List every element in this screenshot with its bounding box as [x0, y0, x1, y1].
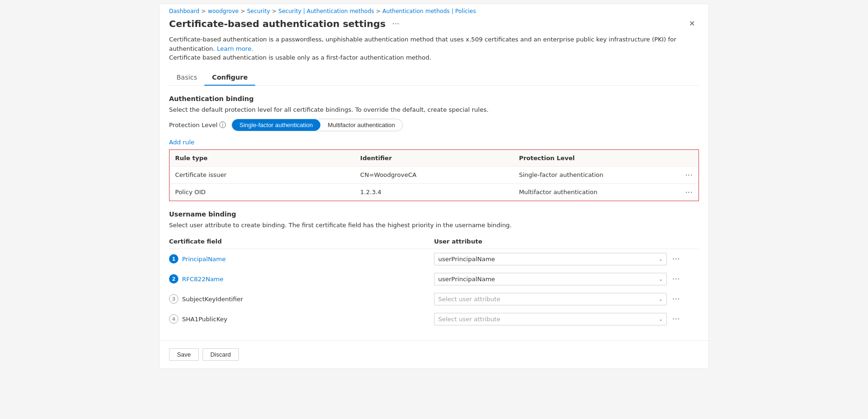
user-attr-cell-0: userPrincipalName ⌄ [434, 249, 672, 269]
username-table: Certificate field User attribute 1 Princ… [169, 234, 699, 329]
close-button[interactable]: ✕ [685, 18, 699, 29]
footer-buttons: Save Discard [160, 340, 708, 368]
authentication-binding-section: Authentication binding Select the defaul… [169, 95, 699, 201]
protection-level-0: Single-factor authentication [513, 166, 672, 183]
auth-binding-desc: Select the default protection level for … [169, 106, 699, 113]
row-actions-1: ··· [672, 183, 698, 201]
user-actions-cell-2: ··· [672, 289, 699, 309]
panel-title: Certificate-based authentication setting… [169, 18, 386, 29]
protection-label: Protection Level i [169, 122, 226, 128]
discard-button[interactable]: Discard [203, 348, 239, 361]
cert-field-cell-3: 4 SHA1PublicKey [169, 309, 434, 329]
protection-info-icon[interactable]: i [219, 122, 226, 128]
cert-badge-0: 1 [169, 254, 178, 264]
rule-type-1: Policy OID [170, 183, 355, 201]
add-rule-link[interactable]: Add rule [169, 139, 195, 146]
cert-field-link-1[interactable]: RFC822Name [182, 276, 224, 283]
cert-badge-2: 3 [169, 294, 178, 304]
tab-basics[interactable]: Basics [169, 70, 204, 86]
table-row: Certificate issuer CN=WoodgroveCA Single… [170, 166, 698, 183]
sep-1: > [201, 8, 206, 14]
protection-row: Protection Level i Single-factor authent… [169, 119, 699, 131]
panel-ellipsis-button[interactable]: ··· [389, 19, 402, 29]
sep-2: > [240, 8, 245, 14]
table-row: 3 SubjectKeyIdentifier Select user attri… [169, 289, 699, 309]
user-attr-select-1[interactable]: userPrincipalName ⌄ [434, 273, 667, 285]
username-binding-section: Username binding Select user attribute t… [169, 210, 699, 329]
table-row: Policy OID 1.2.3.4 Multifactor authentic… [170, 183, 698, 201]
save-button[interactable]: Save [169, 348, 199, 361]
row-dots-user-0[interactable]: ··· [672, 255, 680, 263]
rules-table-container: Rule type Identifier Protection Level Ce… [169, 149, 699, 201]
auth-binding-title: Authentication binding [169, 95, 699, 102]
user-attr-cell-3: Select user attribute ⌄ [434, 309, 672, 329]
breadcrumb-security[interactable]: Security [247, 8, 270, 14]
username-binding-desc: Select user attribute to create binding.… [169, 222, 699, 229]
user-attr-select-2[interactable]: Select user attribute ⌄ [434, 293, 667, 305]
breadcrumb-dashboard[interactable]: Dashboard [169, 8, 199, 14]
cert-field-row-2: 3 SubjectKeyIdentifier [169, 294, 428, 304]
tabs-container: Basics Configure [169, 70, 699, 86]
user-attr-cell-2: Select user attribute ⌄ [434, 289, 672, 309]
chevron-down-icon: ⌄ [659, 277, 663, 282]
toggle-multifactor[interactable]: Multifactor authentication [320, 119, 403, 131]
rule-type-0: Certificate issuer [170, 166, 355, 183]
table-row: 2 RFC822Name userPrincipalName ⌄ [169, 269, 699, 289]
main-panel: Dashboard > woodgrove > Security > Secur… [159, 4, 709, 369]
learn-more-link[interactable]: Learn more. [217, 45, 253, 52]
breadcrumb-policies[interactable]: Authentication methods | Policies [382, 8, 476, 14]
col-header-protection: Protection Level [513, 150, 672, 167]
table-row: 4 SHA1PublicKey Select user attribute ⌄ [169, 309, 699, 329]
row-dots-user-2[interactable]: ··· [672, 295, 680, 303]
username-table-header-row: Certificate field User attribute [169, 234, 699, 249]
cert-field-cell-2: 3 SubjectKeyIdentifier [169, 289, 434, 309]
username-binding-title: Username binding [169, 210, 699, 218]
cert-field-cell-0: 1 PrincipalName [169, 249, 434, 269]
panel-body: Certificate-based authentication is a pa… [160, 35, 708, 337]
user-attr-cell-1: userPrincipalName ⌄ [434, 269, 672, 289]
table-row: 1 PrincipalName userPrincipalName ⌄ [169, 249, 699, 269]
cert-field-cell-1: 2 RFC822Name [169, 269, 434, 289]
breadcrumb-auth-methods[interactable]: Security | Authentication methods [278, 8, 374, 14]
row-dots-user-1[interactable]: ··· [672, 275, 680, 283]
cert-field-row-3: 4 SHA1PublicKey [169, 314, 428, 324]
col-header-actions [672, 150, 698, 167]
cert-badge-3: 4 [169, 314, 178, 324]
user-attr-select-3[interactable]: Select user attribute ⌄ [434, 313, 667, 325]
user-actions-cell-0: ··· [672, 249, 699, 269]
rules-table-header-row: Rule type Identifier Protection Level [170, 150, 698, 167]
user-actions-cell-1: ··· [672, 269, 699, 289]
cert-field-link-0[interactable]: PrincipalName [182, 256, 226, 263]
user-attr-select-0[interactable]: userPrincipalName ⌄ [434, 253, 667, 265]
protection-level-1: Multifactor authentication [513, 183, 672, 201]
col-header-identifier: Identifier [355, 150, 514, 167]
toggle-single-factor[interactable]: Single-factor authentication [232, 119, 320, 131]
cert-field-row-1: 2 RFC822Name [169, 274, 428, 284]
row-dots-0[interactable]: ··· [685, 171, 693, 179]
description: Certificate-based authentication is a pa… [169, 35, 699, 62]
row-dots-1[interactable]: ··· [685, 189, 693, 196]
breadcrumb-woodgrove[interactable]: woodgrove [208, 8, 238, 14]
chevron-down-icon: ⌄ [659, 297, 663, 302]
col-header-ruletype: Rule type [170, 150, 355, 167]
cert-field-text-3: SHA1PublicKey [182, 316, 227, 323]
tab-configure[interactable]: Configure [204, 70, 255, 86]
col-header-user-actions [672, 234, 699, 249]
chevron-down-icon: ⌄ [659, 317, 663, 322]
identifier-1: 1.2.3.4 [355, 183, 514, 201]
page-wrapper: Dashboard > woodgrove > Security > Secur… [0, 0, 868, 419]
col-header-user-attr: User attribute [434, 234, 672, 249]
row-dots-user-3[interactable]: ··· [672, 315, 680, 323]
panel-title-row: Certificate-based authentication setting… [169, 18, 402, 29]
user-actions-cell-3: ··· [672, 309, 699, 329]
sep-3: > [272, 8, 277, 14]
cert-badge-1: 2 [169, 274, 178, 284]
cert-field-row-0: 1 PrincipalName [169, 254, 428, 264]
sep-4: > [376, 8, 380, 14]
rules-table: Rule type Identifier Protection Level Ce… [170, 150, 698, 201]
description-secondary: Certificate based authentication is usab… [169, 54, 431, 61]
identifier-0: CN=WoodgroveCA [355, 166, 514, 183]
protection-toggle-group: Single-factor authentication Multifactor… [231, 119, 403, 131]
chevron-down-icon: ⌄ [659, 257, 663, 262]
breadcrumb: Dashboard > woodgrove > Security > Secur… [160, 4, 708, 16]
